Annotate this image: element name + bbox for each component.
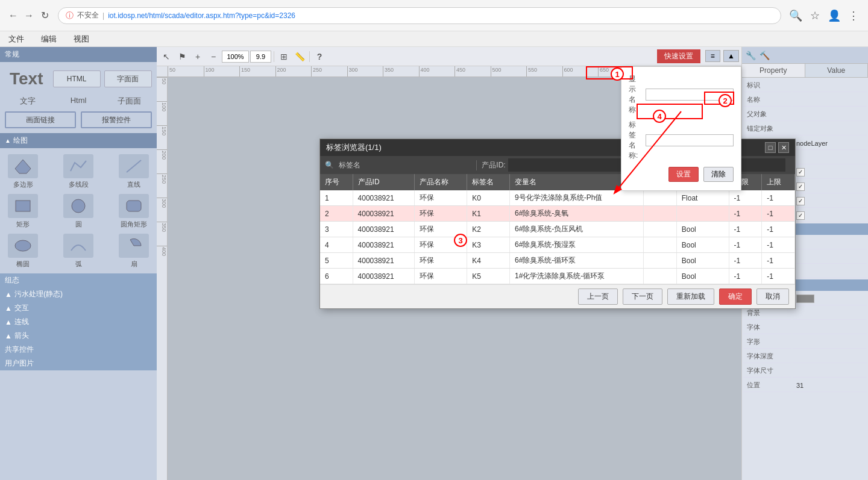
shape-polygon[interactable]: 多边形 bbox=[5, 154, 41, 189]
table-row[interactable]: 3 400038921 环保 K2 6#除臭系统-负压风机 Bool -1 -1 bbox=[320, 222, 795, 237]
prop-value bbox=[793, 122, 867, 136]
color-swatch[interactable] bbox=[796, 295, 814, 303]
forward-button[interactable]: → bbox=[23, 10, 35, 22]
sidebar-section-drawing[interactable]: ▲ 绘图 bbox=[0, 133, 157, 148]
display-name-input[interactable] bbox=[646, 89, 734, 101]
cell-seq: 1 bbox=[320, 190, 353, 206]
alarm-control-button[interactable]: 报警控件 bbox=[81, 111, 152, 128]
table-row[interactable]: 4 400038921 环保 K3 6#除臭系统-预湿泵 Bool -1 -1 bbox=[320, 237, 795, 253]
table-row[interactable]: 2 400038921 环保 K1 6#除臭系统-臭氧 -1 -1 bbox=[320, 206, 795, 222]
help-tool[interactable]: ? bbox=[312, 49, 327, 64]
svg-marker-0 bbox=[15, 160, 31, 173]
ruler-tool[interactable]: 📏 bbox=[292, 49, 307, 64]
menu-view[interactable]: 视图 bbox=[70, 33, 93, 46]
html-button[interactable]: HTML bbox=[53, 70, 101, 87]
prop-label: 名称 bbox=[743, 93, 791, 107]
svg-point-3 bbox=[72, 199, 85, 213]
address-bar[interactable]: ⓘ 不安全 | iot.idosp.net/html/scada/editor.… bbox=[58, 7, 781, 24]
visible-checkbox[interactable] bbox=[796, 168, 805, 176]
tag-name-label: 标签名称: bbox=[629, 120, 641, 161]
table-row[interactable]: 5 400038921 环保 K4 6#除臭系统-循环泵 Bool -1 -1 bbox=[320, 253, 795, 269]
grid-tool[interactable]: ⊞ bbox=[277, 49, 291, 64]
cell-var-name: 9号化学洗涤除臭系统-Ph值 bbox=[509, 190, 643, 206]
prop-row-maodingduxiang: 锚定对象 bbox=[743, 122, 867, 136]
panel-link-button[interactable]: 画面链接 bbox=[5, 111, 76, 128]
cursor-tool[interactable]: ↖ bbox=[159, 49, 174, 64]
align-button[interactable]: ≡ bbox=[705, 50, 720, 62]
shape-roundrect[interactable]: 圆角矩形 bbox=[116, 194, 152, 229]
cell-data-type bbox=[676, 206, 729, 222]
more-button[interactable]: ⋮ bbox=[846, 8, 861, 23]
group-section-jiantou[interactable]: ▲ 箭头 bbox=[0, 329, 157, 343]
shape-arc[interactable]: 弧 bbox=[60, 234, 96, 269]
shape-sector[interactable]: 扇 bbox=[116, 234, 152, 269]
l-prop-weizhi: 位置 31 bbox=[743, 379, 867, 392]
tab-value[interactable]: Value bbox=[805, 64, 869, 77]
cell-lower: -1 bbox=[729, 206, 762, 222]
expand-button[interactable]: ▲ bbox=[723, 50, 739, 62]
selectable-checkbox[interactable] bbox=[796, 182, 805, 191]
tab-property[interactable]: Property bbox=[742, 64, 805, 77]
quick-settings-button[interactable]: 快速设置 bbox=[657, 49, 700, 63]
menu-file[interactable]: 文件 bbox=[5, 33, 28, 46]
table-row[interactable]: 1 400038921 环保 K0 9号化学洗涤除臭系统-Ph值 Float -… bbox=[320, 190, 795, 206]
search-browser-button[interactable]: 🔍 bbox=[788, 8, 803, 23]
cell-data-type: Bool bbox=[676, 269, 729, 284]
cell-product-id: 400038921 bbox=[353, 190, 415, 206]
profile-button[interactable]: 👤 bbox=[827, 8, 841, 23]
shared-label: 共享控件 bbox=[5, 344, 34, 355]
movable-checkbox[interactable] bbox=[796, 197, 805, 205]
ruler-mark: 200 bbox=[275, 66, 312, 76]
menu-edit[interactable]: 编辑 bbox=[37, 33, 60, 46]
bookmark-button[interactable]: ☆ bbox=[808, 8, 822, 23]
reload-button[interactable]: ↻ bbox=[39, 10, 51, 22]
sidebar-section-normal[interactable]: 常规 bbox=[0, 47, 157, 62]
browser-actions: 🔍 ☆ 👤 ⋮ bbox=[788, 8, 861, 23]
dialog-close-button[interactable]: ✕ bbox=[778, 142, 789, 153]
set-button[interactable]: 设置 bbox=[668, 167, 699, 182]
confirm-button[interactable]: 确定 bbox=[719, 288, 752, 305]
dialog-footer: 上一页 下一页 重新加载 确定 取消 bbox=[320, 284, 795, 308]
shape-circle[interactable]: 圆 bbox=[60, 194, 96, 229]
add-tool[interactable]: + bbox=[190, 49, 205, 64]
tag-name-search-label: 标签名 bbox=[339, 160, 360, 170]
prop-value bbox=[793, 251, 867, 264]
clear-button[interactable]: 清除 bbox=[703, 167, 734, 182]
cell-product-id: 400038921 bbox=[353, 206, 415, 222]
ruler-vertical: 50 100 150 200 250 300 350 400 bbox=[157, 77, 168, 480]
table-row[interactable]: 6 400038921 环保 K5 1#化学洗涤除臭系统-循环泵 Bool -1… bbox=[320, 269, 795, 284]
prop-value bbox=[793, 166, 867, 179]
group-section-wushui[interactable]: ▲ 污水处理(静态) bbox=[0, 287, 157, 301]
flag-tool[interactable]: ⚑ bbox=[175, 49, 189, 64]
shape-rect[interactable]: 矩形 bbox=[5, 194, 41, 229]
shape-ellipse[interactable]: 椭圆 bbox=[5, 234, 41, 269]
reload-button[interactable]: 重新加载 bbox=[667, 288, 714, 305]
group-section-shared[interactable]: 共享控件 bbox=[0, 343, 157, 357]
editable-checkbox[interactable] bbox=[796, 211, 805, 220]
tag-name-input[interactable] bbox=[646, 134, 734, 146]
next-page-button[interactable]: 下一页 bbox=[623, 288, 662, 305]
group-section-user-img[interactable]: 用户图片 bbox=[0, 357, 157, 370]
zimi-button[interactable]: 字面面 bbox=[104, 70, 152, 87]
dialog-minimize-button[interactable]: □ bbox=[765, 142, 776, 153]
cell-upper: -1 bbox=[762, 253, 795, 269]
cell-data-type: Bool bbox=[676, 253, 729, 269]
widget-labels: 文字 Html 子面面 bbox=[5, 96, 152, 107]
prop-value bbox=[793, 93, 867, 107]
ruler-mark: 300 bbox=[347, 66, 383, 76]
cell-unit bbox=[644, 206, 677, 222]
product-id-input[interactable] bbox=[508, 158, 629, 172]
shape-polyline[interactable]: 多线段 bbox=[60, 154, 96, 189]
shape-line[interactable]: 直线 bbox=[116, 154, 152, 189]
cell-tag-name: K3 bbox=[467, 237, 510, 253]
group-section-zutai[interactable]: 组态 bbox=[0, 273, 157, 287]
group-section-jiaohu[interactable]: ▲ 交互 bbox=[0, 301, 157, 315]
cell-seq: 4 bbox=[320, 237, 353, 253]
zoom-level-input[interactable] bbox=[250, 51, 271, 63]
zoom-percent-input[interactable] bbox=[222, 51, 249, 63]
back-button[interactable]: ← bbox=[7, 10, 19, 22]
group-section-lianxian[interactable]: ▲ 连线 bbox=[0, 315, 157, 329]
prev-page-button[interactable]: 上一页 bbox=[578, 288, 618, 305]
remove-tool[interactable]: − bbox=[206, 49, 221, 64]
cancel-button[interactable]: 取消 bbox=[756, 288, 789, 305]
